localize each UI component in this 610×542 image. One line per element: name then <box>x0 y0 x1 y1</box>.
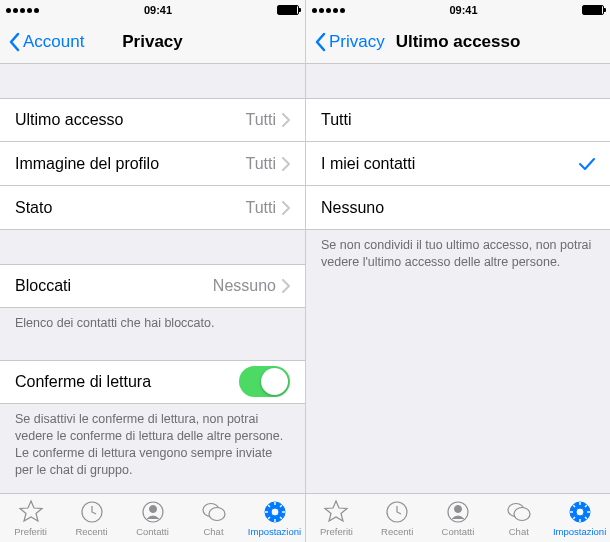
gear-icon <box>262 499 288 525</box>
option-tutti[interactable]: Tutti <box>306 98 610 142</box>
nav-bar: Account Privacy <box>0 20 305 64</box>
blocked-footer: Elenco dei contatti che hai bloccato. <box>0 308 305 340</box>
tab-recenti[interactable]: Recenti <box>367 494 428 542</box>
cell-label: Ultimo accesso <box>15 111 123 129</box>
row-immagine-profilo[interactable]: Immagine del profilo Tutti <box>0 142 305 186</box>
tab-label: Impostazioni <box>248 526 301 537</box>
option-nessuno[interactable]: Nessuno <box>306 186 610 230</box>
option-miei-contatti[interactable]: I miei contatti <box>306 142 610 186</box>
row-stato[interactable]: Stato Tutti <box>0 186 305 230</box>
svg-point-21 <box>576 508 584 516</box>
tab-label: Chat <box>203 526 223 537</box>
read-receipts-footer: Se disattivi le conferme di lettura, non… <box>0 404 305 487</box>
cell-label: Conferme di lettura <box>15 373 151 391</box>
tab-label: Impostazioni <box>553 526 606 537</box>
cell-label: Bloccati <box>15 277 71 295</box>
row-ultimo-accesso[interactable]: Ultimo accesso Tutti <box>0 98 305 142</box>
tab-preferiti[interactable]: Preferiti <box>306 494 367 542</box>
back-button[interactable]: Account <box>8 32 84 52</box>
tab-chat[interactable]: Chat <box>183 494 244 542</box>
gear-icon <box>567 499 593 525</box>
star-icon <box>323 499 349 525</box>
battery-icon <box>582 5 604 15</box>
svg-point-4 <box>209 508 225 521</box>
cell-label: Nessuno <box>321 199 384 217</box>
content-area: Ultimo accesso Tutti Immagine del profil… <box>0 64 305 493</box>
signal-icon <box>312 8 345 13</box>
content-area: Tutti I miei contatti Nessuno Se non con… <box>306 64 610 493</box>
cell-value: Nessuno <box>213 277 276 295</box>
battery-icon <box>277 5 299 15</box>
status-bar: 09:41 <box>306 0 610 20</box>
svg-point-2 <box>149 506 156 513</box>
chat-icon <box>506 499 532 525</box>
tab-bar: Preferiti Recenti Contatti Chat Impostaz… <box>0 493 305 542</box>
page-title: Ultimo accesso <box>396 32 521 52</box>
row-conferme-lettura: Conferme di lettura <box>0 360 305 404</box>
tab-label: Contatti <box>136 526 169 537</box>
chevron-right-icon <box>282 157 290 171</box>
tab-label: Preferiti <box>14 526 47 537</box>
svg-point-6 <box>271 508 279 516</box>
chevron-right-icon <box>282 201 290 215</box>
tab-contatti[interactable]: Contatti <box>122 494 183 542</box>
cell-label: I miei contatti <box>321 155 415 173</box>
status-time: 09:41 <box>144 4 172 16</box>
tab-label: Contatti <box>442 526 475 537</box>
tab-contatti[interactable]: Contatti <box>428 494 489 542</box>
back-label: Privacy <box>329 32 385 52</box>
chat-icon <box>201 499 227 525</box>
chevron-left-icon <box>8 32 20 52</box>
screen-privacy: 09:41 Account Privacy Ultimo accesso Tut… <box>0 0 305 542</box>
status-time: 09:41 <box>449 4 477 16</box>
tab-preferiti[interactable]: Preferiti <box>0 494 61 542</box>
svg-point-17 <box>454 506 461 513</box>
contact-icon <box>445 499 471 525</box>
checkmark-icon <box>579 157 595 171</box>
contact-icon <box>140 499 166 525</box>
chevron-right-icon <box>282 279 290 293</box>
svg-point-19 <box>514 508 530 521</box>
tab-label: Recenti <box>75 526 107 537</box>
clock-icon <box>79 499 105 525</box>
cell-value: Tutti <box>245 199 276 217</box>
screen-ultimo-accesso: 09:41 Privacy Ultimo accesso Tutti I mie… <box>305 0 610 542</box>
tab-bar: Preferiti Recenti Contatti Chat Impostaz… <box>306 493 610 542</box>
clock-icon <box>384 499 410 525</box>
nav-bar: Privacy Ultimo accesso <box>306 20 610 64</box>
read-receipts-switch[interactable] <box>239 366 290 397</box>
back-button[interactable]: Privacy <box>314 32 385 52</box>
back-label: Account <box>23 32 84 52</box>
tab-recenti[interactable]: Recenti <box>61 494 122 542</box>
tab-label: Preferiti <box>320 526 353 537</box>
status-bar: 09:41 <box>0 0 305 20</box>
last-seen-footer: Se non condividi il tuo ultimo accesso, … <box>306 230 610 279</box>
cell-label: Immagine del profilo <box>15 155 159 173</box>
cell-value: Tutti <box>245 155 276 173</box>
star-icon <box>18 499 44 525</box>
tab-label: Chat <box>509 526 529 537</box>
tab-chat[interactable]: Chat <box>488 494 549 542</box>
tab-impostazioni[interactable]: Impostazioni <box>244 494 305 542</box>
row-bloccati[interactable]: Bloccati Nessuno <box>0 264 305 308</box>
tab-impostazioni[interactable]: Impostazioni <box>549 494 610 542</box>
page-title: Privacy <box>122 32 183 52</box>
signal-icon <box>6 8 39 13</box>
cell-label: Stato <box>15 199 52 217</box>
cell-value: Tutti <box>245 111 276 129</box>
chevron-right-icon <box>282 113 290 127</box>
cell-label: Tutti <box>321 111 352 129</box>
tab-label: Recenti <box>381 526 413 537</box>
chevron-left-icon <box>314 32 326 52</box>
